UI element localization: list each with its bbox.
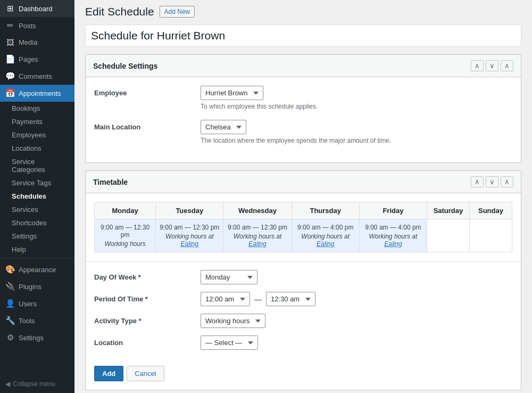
- timetable-grid: Monday Tuesday Wednesday Thursday Friday…: [94, 202, 512, 252]
- period-of-time-label: Period Of Time *: [94, 292, 201, 303]
- day-of-week-row: Day Of Week * Monday Tuesday Wednesday T…: [94, 270, 512, 284]
- schedule-name-input[interactable]: [85, 24, 521, 47]
- sidebar-item-payments[interactable]: Payments: [0, 115, 74, 128]
- location-select[interactable]: — Select — Chelsea Ealing: [201, 335, 258, 350]
- employee-label: Employee: [94, 86, 201, 97]
- sidebar-item-settings[interactable]: ⚙ Settings: [0, 329, 74, 346]
- cell-time-fri: 9:00 am — 4:00 pm: [363, 224, 423, 231]
- sidebar-item-employees[interactable]: Employees: [0, 128, 74, 142]
- timetable-collapse-up-button[interactable]: ∧: [471, 176, 484, 187]
- cell-label-mon: Working hours: [104, 240, 145, 248]
- sidebar-item-services[interactable]: Services: [0, 203, 74, 216]
- cell-time-tue: 9:00 am — 12:30 pm: [159, 224, 220, 231]
- tools-icon: 🔧: [5, 316, 15, 325]
- table-row: [469, 219, 512, 252]
- employee-help: To which employee this schedule applies.: [201, 103, 512, 110]
- timetable-panel: Timetable ∧ ∨ ∧ Monday Tuesday Wednesday…: [85, 170, 521, 390]
- ealing-link-fri[interactable]: Ealing: [384, 240, 402, 248]
- schedule-settings-body: Employee Hurriet Brown John Doe Jane Smi…: [86, 77, 521, 162]
- day-of-week-select[interactable]: Monday Tuesday Wednesday Thursday Friday…: [201, 270, 257, 284]
- posts-icon: ✏: [5, 21, 15, 30]
- cell-label-wed: Working hours at Ealing: [234, 233, 282, 248]
- panel-close-button[interactable]: ∧: [501, 60, 513, 71]
- collapse-icon: ◀: [5, 380, 10, 388]
- sidebar-item-settings-appt[interactable]: Settings: [0, 230, 74, 243]
- cell-time-wed: 9:00 am — 12:30 pm: [227, 224, 288, 231]
- activity-type-label: Activity Type *: [94, 314, 201, 325]
- users-icon: 👤: [5, 299, 15, 308]
- sidebar-item-appearance[interactable]: 🎨 Appearance: [0, 261, 74, 278]
- sidebar-item-shortcodes[interactable]: Shortcodes: [0, 216, 74, 230]
- time-start-select[interactable]: 12:00 am 12:30 am 1:00 am: [201, 292, 250, 306]
- activity-type-field: Working hours Break Day off: [201, 314, 512, 328]
- sidebar-item-media[interactable]: 🖼 Media: [0, 34, 74, 51]
- table-row: [427, 219, 469, 252]
- sidebar-item-appointments[interactable]: 📅 Appointments: [0, 85, 74, 102]
- dashboard-icon: ⊞: [5, 4, 15, 13]
- cell-time-thu: 9:00 am — 4:00 pm: [295, 224, 356, 231]
- table-row: 9:00 am — 4:00 pm Working hours at Ealin…: [292, 219, 359, 252]
- appointments-icon: 📅: [5, 88, 15, 98]
- location-field: — Select — Chelsea Ealing: [201, 335, 512, 350]
- th-friday: Friday: [359, 202, 427, 219]
- sidebar-item-plugins[interactable]: 🔌 Plugins: [0, 278, 74, 295]
- sidebar-item-schedules[interactable]: Schedules: [0, 190, 74, 203]
- cell-time-mon: 9:00 am — 12:30 pm: [98, 224, 152, 239]
- sidebar-item-help[interactable]: Help: [0, 243, 74, 256]
- time-range: 12:00 am 12:30 am 1:00 am — 12:30 am 1:0…: [201, 292, 512, 306]
- schedule-settings-title: Schedule Settings: [93, 62, 157, 70]
- panel-collapse-down-button[interactable]: ∨: [486, 60, 498, 71]
- panel-collapse-up-button[interactable]: ∧: [471, 60, 484, 71]
- location-row: Location — Select — Chelsea Ealing: [94, 335, 512, 350]
- page-header: Edit Schedule Add New: [85, 5, 521, 18]
- form-buttons: Add Cancel: [86, 366, 521, 390]
- table-row: 9:00 am — 12:30 pm Working hours: [95, 219, 156, 252]
- collapse-menu-button[interactable]: ◀ Collapse menu: [0, 375, 74, 393]
- timetable-collapse-down-button[interactable]: ∨: [486, 176, 498, 187]
- ealing-link-wed[interactable]: Ealing: [248, 240, 266, 248]
- main-content: Edit Schedule Add New Schedule Settings …: [74, 0, 532, 393]
- cancel-button[interactable]: Cancel: [127, 366, 164, 381]
- panel-controls: ∧ ∨ ∧: [471, 60, 513, 71]
- sidebar-item-service-categories[interactable]: Service Categories: [0, 155, 74, 176]
- appearance-icon: 🎨: [5, 265, 15, 274]
- th-saturday: Saturday: [427, 202, 469, 219]
- ealing-link-tue[interactable]: Ealing: [181, 240, 198, 248]
- add-new-button[interactable]: Add New: [160, 6, 195, 18]
- day-of-week-field: Monday Tuesday Wednesday Thursday Friday…: [201, 270, 512, 284]
- sidebar-item-locations[interactable]: Locations: [0, 142, 74, 155]
- schedule-table: Monday Tuesday Wednesday Thursday Friday…: [94, 202, 512, 252]
- sidebar-item-dashboard[interactable]: ⊞ Dashboard: [0, 0, 74, 17]
- time-end-select[interactable]: 12:30 am 1:00 am 1:30 am: [266, 292, 315, 306]
- activity-type-row: Activity Type * Working hours Break Day …: [94, 314, 512, 328]
- timetable-close-button[interactable]: ∧: [501, 176, 513, 187]
- media-icon: 🖼: [5, 38, 15, 47]
- main-location-row: Main Location Chelsea Ealing Other The l…: [94, 120, 512, 144]
- sidebar-item-service-tags[interactable]: Service Tags: [0, 176, 74, 190]
- schedule-settings-panel: Schedule Settings ∧ ∨ ∧ Employee Hurriet…: [85, 54, 521, 163]
- table-row: 9:00 am — 12:30 pm Working hours at Eali…: [223, 219, 292, 252]
- sidebar-item-bookings[interactable]: Bookings: [0, 102, 74, 115]
- timetable-form-section: Day Of Week * Monday Tuesday Wednesday T…: [86, 261, 521, 366]
- ealing-link-thu[interactable]: Ealing: [317, 240, 334, 248]
- employee-select[interactable]: Hurriet Brown John Doe Jane Smith: [201, 86, 263, 100]
- pages-icon: 📄: [5, 54, 15, 64]
- table-row: 9:00 am — 4:00 pm Working hours at Ealin…: [359, 219, 427, 252]
- comments-icon: 💬: [5, 71, 15, 81]
- employee-field: Hurriet Brown John Doe Jane Smith To whi…: [201, 86, 512, 110]
- table-row: 9:00 am — 12:30 pm Working hours at Eali…: [156, 219, 223, 252]
- sidebar-item-users[interactable]: 👤 Users: [0, 295, 74, 312]
- activity-type-select[interactable]: Working hours Break Day off: [201, 314, 265, 328]
- sidebar-item-tools[interactable]: 🔧 Tools: [0, 312, 74, 329]
- cell-label-fri: Working hours at Ealing: [369, 233, 418, 248]
- add-button[interactable]: Add: [94, 366, 123, 381]
- sidebar-item-comments[interactable]: 💬 Comments: [0, 68, 74, 85]
- timetable-body: Monday Tuesday Wednesday Thursday Friday…: [86, 193, 521, 261]
- sidebar-item-pages[interactable]: 📄 Pages: [0, 51, 74, 68]
- main-location-select[interactable]: Chelsea Ealing Other: [201, 120, 246, 134]
- main-location-label: Main Location: [94, 120, 201, 131]
- main-location-field: Chelsea Ealing Other The location where …: [201, 120, 512, 144]
- time-dash: —: [254, 295, 262, 304]
- sidebar-item-posts[interactable]: ✏ Posts: [0, 17, 74, 34]
- timetable-title: Timetable: [93, 178, 128, 186]
